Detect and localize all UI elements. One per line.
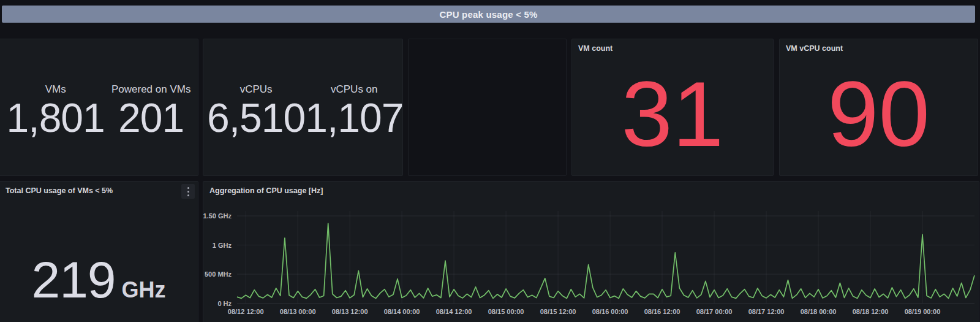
stat-cell-powered-on-vms: Powered on VMs 201 (111, 83, 190, 139)
panel-total-cpu-usage: Total CPU usage of VMs < 5% 219 GHz (0, 181, 198, 322)
x-axis-tick-label: 08/19 00:00 (905, 308, 941, 315)
x-axis-tick-label: 08/13 12:00 (332, 308, 368, 315)
stat-label: vCPUs on (331, 83, 378, 96)
vm-vcpu-count-stat: 90 (780, 39, 978, 175)
x-axis-tick-label: 08/16 00:00 (592, 308, 628, 315)
stat-label: Powered on VMs (111, 83, 190, 96)
x-axis-tick-label: 08/17 00:00 (696, 308, 733, 315)
stat-unit: GHz (122, 277, 166, 303)
row-header-cpu-peak[interactable]: CPU peak usage < 5% (2, 6, 975, 23)
x-axis-tick-label: 08/17 12:00 (748, 308, 785, 315)
stat-value: 219 (31, 254, 115, 305)
panel-cpu-usage-chart: Aggregation of CPU usage [Hz] 0 Hz500 MH… (203, 181, 979, 322)
x-axis-tick-label: 08/14 00:00 (384, 308, 420, 315)
vcpus-stat-cells: vCPUs 6,510 vCPUs on 1,107 (203, 39, 402, 175)
stat-value-red: 31 (622, 68, 724, 160)
stat-label: VMs (45, 83, 66, 96)
stat-cell-vcpus: vCPUs 6,510 (207, 83, 305, 139)
x-axis-tick-label: 08/14 12:00 (436, 308, 472, 315)
row-title: CPU peak usage < 5% (439, 9, 537, 20)
x-axis-tick-label: 08/13 00:00 (280, 308, 316, 315)
vms-stat-cells: VMs 1,801 Powered on VMs 201 (0, 39, 198, 175)
y-axis-tick-label: 0 Hz (217, 300, 232, 307)
stat-label: vCPUs (240, 83, 273, 96)
stat-value: 6,510 (207, 97, 305, 139)
y-axis-tick-label: 1 GHz (213, 242, 232, 249)
panel-vcpus-stats: vCPUs 6,510 vCPUs on 1,107 (203, 39, 403, 176)
x-axis-tick-label: 08/18 00:00 (801, 308, 837, 315)
stat-value: 1,107 (305, 97, 403, 139)
cpu-usage-series-line (237, 223, 974, 298)
grafana-dashboard: { "header": { "title": "CPU peak usage <… (0, 0, 980, 322)
y-axis-tick-label: 1.50 GHz (203, 212, 232, 220)
panel-vm-count: VM count 31 (571, 39, 774, 176)
vm-count-stat: 31 (572, 39, 773, 175)
x-axis-tick-label: 08/16 12:00 (644, 308, 680, 315)
panel-title-aggregation[interactable]: Aggregation of CPU usage [Hz] (203, 182, 979, 200)
x-axis-tick-label: 08/15 00:00 (488, 308, 524, 315)
panel-vms-stats: VMs 1,801 Powered on VMs 201 (0, 39, 198, 176)
x-axis-tick-label: 08/15 12:00 (540, 308, 576, 315)
x-axis-tick-label: 08/18 12:00 (853, 308, 889, 315)
total-cpu-stat: 219 GHz (0, 182, 198, 322)
stat-value-red: 90 (827, 68, 930, 160)
y-axis-tick-label: 500 MHz (205, 270, 232, 278)
stat-cell-vcpus-on: vCPUs on 1,107 (305, 83, 403, 139)
panel-vm-vcpu-count: VM vCPU count 90 (779, 39, 978, 176)
panel-empty (408, 39, 567, 176)
cpu-usage-chart[interactable]: 0 Hz500 MHz1 GHz1.50 GHz08/12 12:0008/13… (203, 205, 978, 321)
stat-value: 1,801 (7, 97, 105, 139)
stat-cell-vms: VMs 1,801 (7, 83, 105, 139)
x-axis-tick-label: 08/12 12:00 (228, 308, 264, 315)
stat-value: 201 (118, 97, 184, 139)
